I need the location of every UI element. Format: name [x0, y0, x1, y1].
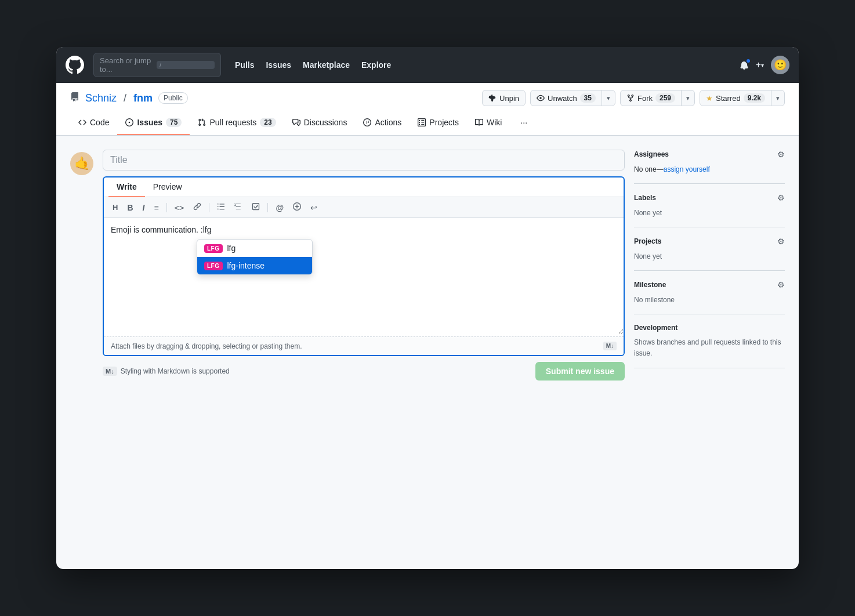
repo-actions: Unpin Unwatch 35 ▾ Fork 259 — [482, 90, 785, 106]
tab-pull-requests[interactable]: Pull requests 23 — [190, 113, 284, 135]
unpin-button[interactable]: Unpin — [482, 90, 526, 106]
star-button[interactable]: ★ Starred 9.2k — [700, 90, 771, 106]
unwatch-count: 35 — [580, 93, 596, 103]
assignees-header: Assignees ⚙ — [634, 150, 785, 159]
toolbar-checklist[interactable] — [249, 201, 263, 214]
toolbar-italic[interactable]: I — [140, 201, 148, 214]
create-button[interactable]: +▾ — [756, 60, 764, 70]
markdown-hint-text: Styling with Markdown is supported — [121, 367, 230, 375]
topnav-pulls[interactable]: Pulls — [235, 60, 254, 70]
unwatch-group: Unwatch 35 ▾ — [530, 90, 615, 106]
autocomplete-label-lfg: lfg — [227, 244, 236, 253]
toolbar-bullet-list[interactable] — [214, 201, 228, 214]
star-dropdown[interactable]: ▾ — [771, 90, 785, 106]
repo-slash: / — [124, 92, 126, 104]
topnav-explore[interactable]: Explore — [361, 60, 391, 70]
tab-actions[interactable]: Actions — [355, 113, 410, 135]
toolbar-numbered-list[interactable] — [231, 201, 245, 214]
sidebar-labels: Labels ⚙ None yet — [634, 184, 785, 227]
tab-prs-count: 23 — [260, 118, 276, 127]
star-icon: ★ — [706, 94, 713, 103]
autocomplete-item-lfg-intense[interactable]: LFG lfg-intense — [197, 257, 312, 274]
autocomplete-item-lfg[interactable]: LFG lfg — [197, 240, 312, 257]
development-title: Development — [634, 324, 678, 332]
toolbar-code[interactable]: <> — [172, 201, 187, 214]
main-content: 🤙 Write Preview H B I ≡ <> — [56, 136, 799, 394]
topnav-right: +▾ 🙂 — [740, 56, 789, 74]
development-header: Development — [634, 324, 785, 332]
editor-tabs: Write Preview — [104, 177, 624, 197]
editor-tab-write[interactable]: Write — [108, 177, 145, 197]
issue-title-input[interactable] — [103, 150, 625, 171]
autocomplete-label-lfg-intense: lfg-intense — [227, 261, 265, 270]
toolbar-bold[interactable]: B — [124, 201, 136, 214]
tab-actions-label: Actions — [375, 118, 401, 127]
tab-issues[interactable]: Issues 75 — [117, 113, 190, 135]
repo-owner-link[interactable]: Schniz — [85, 92, 117, 104]
sidebar-assignees: Assignees ⚙ No one—assign yourself — [634, 150, 785, 184]
star-label: Starred — [716, 94, 741, 103]
tab-projects[interactable]: Projects — [410, 113, 467, 135]
fork-group: Fork 259 ▾ — [620, 90, 695, 106]
topnav-issues[interactable]: Issues — [266, 60, 291, 70]
unwatch-dropdown[interactable]: ▾ — [602, 90, 615, 106]
projects-gear-icon[interactable]: ⚙ — [777, 237, 785, 246]
search-kbd: / — [157, 61, 215, 69]
user-avatar-button[interactable]: 🙂 — [771, 56, 789, 74]
fork-label: Fork — [637, 94, 653, 103]
avatar-emoji: 🤙 — [74, 156, 90, 171]
star-count: 9.2k — [744, 93, 765, 103]
tab-code[interactable]: Code — [70, 113, 117, 135]
tab-wiki[interactable]: Wiki — [467, 113, 510, 135]
github-logo[interactable] — [66, 56, 84, 74]
toolbar-divider-2 — [209, 203, 209, 212]
unpin-label: Unpin — [499, 94, 519, 103]
assignees-gear-icon[interactable]: ⚙ — [777, 150, 785, 159]
nav-tabs: Code Issues 75 Pull requests 23 Discussi… — [70, 113, 785, 135]
unwatch-button[interactable]: Unwatch 35 — [530, 90, 602, 106]
attach-area[interactable]: Attach files by dragging & dropping, sel… — [104, 336, 624, 355]
toolbar-quote[interactable]: ≡ — [151, 201, 161, 214]
milestone-value: No milestone — [634, 296, 675, 304]
toolbar-heading[interactable]: H — [110, 201, 121, 213]
sidebar-milestone: Milestone ⚙ No milestone — [634, 271, 785, 314]
tab-more[interactable]: ··· — [512, 113, 535, 135]
development-value: Shows branches and pull requests linked … — [634, 338, 781, 357]
notifications-button[interactable] — [740, 60, 749, 70]
toolbar-mention[interactable]: @ — [273, 201, 287, 214]
assign-yourself-link[interactable]: assign yourself — [664, 165, 710, 173]
app-window: Search or jump to... / Pulls Issues Mark… — [56, 47, 799, 569]
search-text: Search or jump to... — [100, 56, 152, 74]
toolbar-undo[interactable]: ↩ — [307, 201, 320, 214]
editor-container: Write Preview H B I ≡ <> — [103, 176, 625, 356]
tab-discussions[interactable]: Discussions — [284, 113, 356, 135]
toolbar-reference[interactable] — [290, 201, 304, 214]
markdown-badge: M↓ — [103, 367, 117, 376]
repo-name-link[interactable]: fnm — [133, 92, 153, 104]
sidebar-development: Development Shows branches and pull requ… — [634, 314, 785, 368]
tab-issues-count: 75 — [166, 118, 182, 127]
unwatch-label: Unwatch — [548, 94, 577, 103]
editor-textarea[interactable]: Emoji is communication. :lfg — [104, 218, 624, 334]
visibility-badge: Public — [158, 92, 188, 104]
search-bar[interactable]: Search or jump to... / — [93, 53, 221, 77]
tab-more-label: ··· — [520, 118, 527, 127]
notification-badge — [745, 58, 751, 64]
toolbar-link[interactable] — [190, 201, 204, 214]
projects-header: Projects ⚙ — [634, 237, 785, 246]
fork-button[interactable]: Fork 259 — [620, 90, 682, 106]
labels-value: None yet — [634, 209, 662, 217]
submit-issue-button[interactable]: Submit new issue — [535, 362, 625, 381]
repo-title-row: Schniz / fnm Public Unpin Unwatch 35 ▾ — [70, 90, 785, 106]
repo-subheader: Schniz / fnm Public Unpin Unwatch 35 ▾ — [56, 83, 799, 136]
topnav-marketplace[interactable]: Marketplace — [303, 60, 350, 70]
milestone-gear-icon[interactable]: ⚙ — [777, 280, 785, 289]
fork-dropdown[interactable]: ▾ — [681, 90, 695, 106]
editor-tab-preview[interactable]: Preview — [145, 177, 190, 197]
labels-gear-icon[interactable]: ⚙ — [777, 193, 785, 202]
fork-count: 259 — [655, 93, 675, 103]
star-group: ★ Starred 9.2k ▾ — [700, 90, 785, 106]
sidebar: Assignees ⚙ No one—assign yourself Label… — [634, 150, 785, 368]
assignees-value: No one—assign yourself — [634, 164, 785, 174]
lfg-badge-1: LFG — [204, 244, 223, 253]
